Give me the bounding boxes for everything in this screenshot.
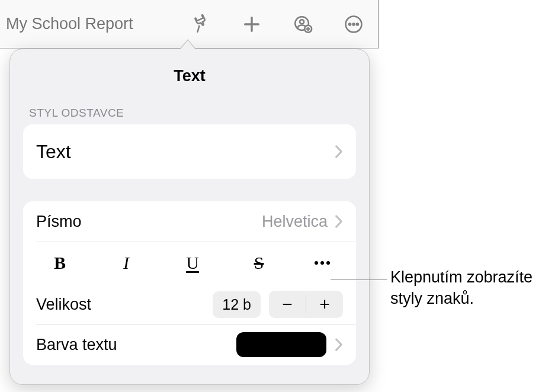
text-color-swatch[interactable] bbox=[236, 332, 326, 357]
format-popover: Text STYL ODSTAVCE Text Písmo Helvetica … bbox=[9, 49, 370, 385]
chevron-right-icon bbox=[335, 215, 343, 228]
section-paragraph-style-label: STYL ODSTAVCE bbox=[10, 101, 369, 124]
paragraph-style-row[interactable]: Text bbox=[23, 124, 356, 179]
more-icon[interactable] bbox=[342, 13, 365, 36]
size-decrease-button[interactable]: − bbox=[269, 291, 306, 318]
insert-icon[interactable] bbox=[240, 13, 263, 36]
document-title[interactable]: My School Report bbox=[6, 15, 133, 33]
font-settings-card: Písmo Helvetica B I U S Velikost 12 b bbox=[23, 201, 356, 365]
callout-leader-line bbox=[331, 279, 387, 280]
paragraph-style-value: Text bbox=[36, 141, 335, 163]
bold-button[interactable]: B bbox=[36, 249, 84, 277]
size-stepper: − + bbox=[269, 291, 343, 318]
svg-point-8 bbox=[349, 23, 351, 25]
more-styles-button[interactable] bbox=[302, 249, 343, 277]
size-label: Velikost bbox=[36, 295, 213, 314]
size-increase-button[interactable]: + bbox=[306, 291, 343, 318]
font-value: Helvetica bbox=[262, 213, 328, 231]
callout-text: Klepnutím zobrazíte styly znaků. bbox=[390, 266, 533, 310]
font-label: Písmo bbox=[36, 213, 262, 231]
chevron-right-icon bbox=[335, 338, 343, 351]
paragraph-style-card: Text bbox=[23, 124, 356, 179]
collaborate-icon[interactable] bbox=[291, 13, 314, 36]
size-row: Velikost 12 b − + bbox=[23, 284, 356, 324]
text-color-label: Barva textu bbox=[36, 336, 236, 354]
toolbar-buttons bbox=[190, 13, 373, 36]
size-value[interactable]: 12 b bbox=[213, 291, 261, 318]
svg-point-10 bbox=[357, 23, 358, 25]
italic-button[interactable]: I bbox=[102, 249, 150, 277]
callout-line1: Klepnutím zobrazíte bbox=[390, 266, 533, 288]
svg-point-3 bbox=[300, 20, 304, 24]
popover-title: Text bbox=[10, 49, 369, 101]
font-row[interactable]: Písmo Helvetica bbox=[23, 201, 356, 242]
svg-point-9 bbox=[352, 23, 354, 25]
strikethrough-button[interactable]: S bbox=[235, 249, 283, 277]
text-color-row[interactable]: Barva textu bbox=[23, 324, 356, 365]
underline-button[interactable]: U bbox=[169, 249, 216, 277]
chevron-right-icon bbox=[335, 145, 343, 158]
callout-line2: styly znaků. bbox=[390, 288, 533, 309]
format-brush-icon[interactable] bbox=[190, 13, 212, 36]
text-style-row: B I U S bbox=[23, 242, 356, 284]
